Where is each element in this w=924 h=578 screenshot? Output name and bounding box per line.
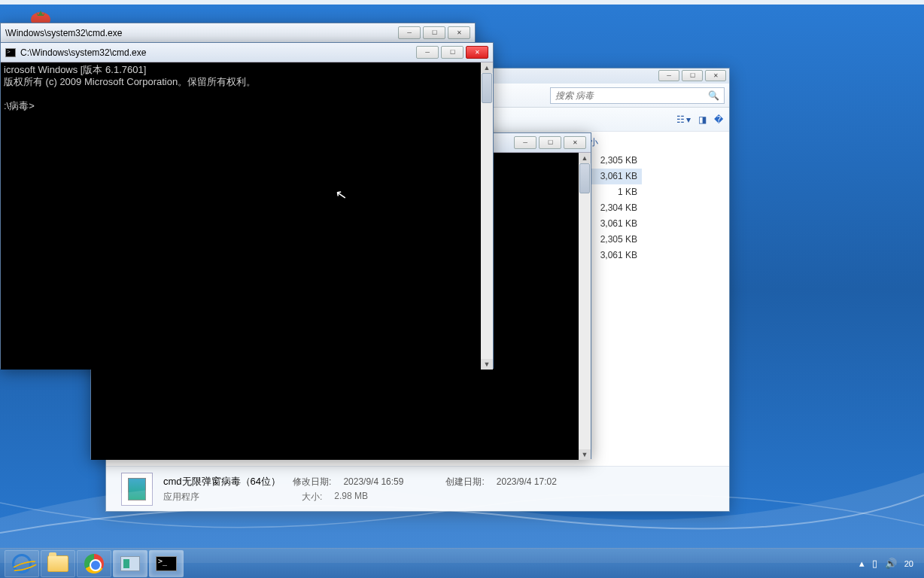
minimize-button[interactable]: ─ — [514, 136, 536, 149]
details-size-value: 2.98 MB — [334, 491, 368, 503]
maximize-button[interactable]: ☐ — [423, 26, 445, 39]
folder-icon — [47, 555, 68, 572]
maximize-button[interactable]: ☐ — [539, 136, 561, 149]
details-filename: cmd无限弹窗病毒（64位） — [163, 475, 281, 488]
details-created-value: 2023/9/4 17:02 — [497, 476, 557, 487]
cmd-icon — [5, 48, 16, 57]
top-edge-band — [0, 0, 924, 5]
chrome-icon — [84, 554, 104, 573]
search-input[interactable] — [555, 90, 708, 101]
cmd-title-text: C:\Windows\system32\cmd.exe — [20, 47, 412, 58]
cmd-titlebar[interactable]: \Windows\system32\cmd.exe ─ ☐ ✕ — [1, 23, 475, 43]
taskbar-chrome[interactable] — [77, 550, 111, 577]
maximize-button[interactable]: ☐ — [682, 70, 703, 81]
scroll-up-arrow[interactable]: ▲ — [481, 62, 493, 73]
scroll-thumb[interactable] — [482, 73, 492, 103]
details-created-label: 创建日期: — [445, 476, 484, 488]
cmd-titlebar[interactable]: C:\Windows\system32\cmd.exe ─ ☐ ✕ — [1, 43, 493, 62]
scroll-down-arrow[interactable]: ▼ — [481, 359, 493, 370]
close-button[interactable]: ✕ — [466, 46, 488, 59]
minimize-button[interactable]: ─ — [398, 26, 421, 39]
taskbar-explorer[interactable] — [41, 550, 75, 577]
close-button[interactable]: ✕ — [705, 70, 726, 81]
cmd-window-back[interactable]: \Windows\system32\cmd.exe ─ ☐ ✕ — [0, 23, 476, 44]
close-button[interactable]: ✕ — [564, 136, 586, 149]
details-size-label: 大小: — [302, 491, 322, 503]
cmd-prompt: :\病毒> — [4, 100, 35, 111]
cmd-taskbar-icon: >_ — [156, 556, 177, 571]
details-type: 应用程序 — [163, 491, 199, 503]
tray-show-hidden-icon[interactable]: ▴ — [859, 558, 865, 569]
ie-icon — [12, 554, 32, 573]
cmd-body[interactable]: icrosoft Windows [版本 6.1.7601] 版权所有 (c) … — [1, 62, 493, 370]
taskbar-app[interactable] — [113, 550, 147, 577]
tray-clock[interactable]: 20 — [904, 559, 913, 568]
preview-pane-button[interactable]: ◨ — [698, 114, 707, 125]
app-icon — [120, 556, 140, 571]
scroll-down-arrow[interactable]: ▼ — [579, 449, 591, 460]
taskbar-ie[interactable] — [5, 550, 39, 577]
tray-volume-icon[interactable]: 🔊 — [885, 558, 897, 569]
details-mod-label: 修改日期: — [293, 476, 331, 488]
scroll-thumb[interactable] — [579, 163, 590, 193]
taskbar[interactable]: >_ ▴ ▯ 🔊 20 — [0, 548, 924, 578]
cmd-line: 版权所有 (c) 2009 Microsoft Corporation。保留所有… — [4, 76, 256, 87]
search-icon[interactable]: 🔍 — [708, 90, 719, 101]
tray-network-icon[interactable]: ▯ — [872, 558, 877, 569]
details-mod-value: 2023/9/4 16:59 — [343, 476, 403, 487]
minimize-button[interactable]: ─ — [416, 46, 439, 59]
search-box[interactable]: 🔍 — [550, 87, 725, 104]
cmd-window-front[interactable]: C:\Windows\system32\cmd.exe ─ ☐ ✕ icroso… — [0, 42, 494, 369]
system-tray[interactable]: ▴ ▯ 🔊 20 — [859, 558, 919, 569]
scrollbar[interactable]: ▲ ▼ — [481, 62, 493, 370]
close-button[interactable]: ✕ — [448, 26, 470, 39]
scroll-up-arrow[interactable]: ▲ — [579, 153, 591, 163]
view-mode-button[interactable]: ☷▾ — [676, 114, 691, 125]
details-pane: cmd无限弹窗病毒（64位） 修改日期: 2023/9/4 16:59 创建日期… — [106, 466, 729, 511]
cmd-line: icrosoft Windows [版本 6.1.7601] — [4, 64, 146, 75]
cmd-title-text: \Windows\system32\cmd.exe — [5, 28, 394, 38]
minimize-button[interactable]: ─ — [658, 70, 679, 81]
maximize-button[interactable]: ☐ — [441, 46, 464, 59]
scrollbar[interactable]: ▲ ▼ — [579, 153, 591, 460]
taskbar-cmd[interactable]: >_ — [149, 550, 184, 577]
file-type-icon — [121, 473, 153, 506]
help-button[interactable]: � — [714, 114, 723, 125]
